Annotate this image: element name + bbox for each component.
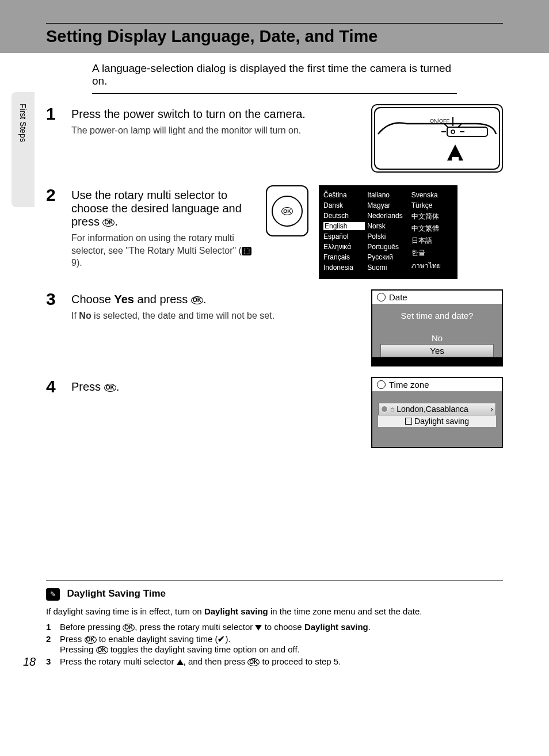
lang-item: Indonesia bbox=[323, 264, 365, 272]
onoff-label: ON/OFF bbox=[430, 118, 449, 124]
step-number: 1 bbox=[46, 104, 61, 124]
text: . bbox=[368, 622, 371, 632]
text: . bbox=[116, 380, 120, 393]
lang-item: Nederlands bbox=[367, 212, 409, 220]
text: If daylight saving time is in effect, tu… bbox=[46, 606, 204, 616]
step-number: 4 bbox=[46, 377, 61, 396]
lang-item: 中文简体 bbox=[411, 212, 453, 222]
section-tab: First Steps bbox=[12, 92, 35, 207]
language-menu: Čeština Dansk Deutsch English Español Ελ… bbox=[319, 185, 458, 279]
timezone-dialog: Time zone ⌂ London,Casablanca › Daylight… bbox=[371, 377, 503, 448]
title-band: Setting Display Language, Date, and Time bbox=[0, 23, 549, 53]
step-note: For information on using the rotary mult… bbox=[71, 232, 256, 269]
step-3: 3 Choose Yes and press OK. If No is sele… bbox=[46, 289, 503, 366]
dialog-option-yes: Yes bbox=[380, 344, 494, 357]
lang-item: Polski bbox=[367, 232, 409, 240]
text: Use the rotary multi selector to choose … bbox=[71, 189, 242, 228]
lang-item: Suomi bbox=[367, 264, 409, 272]
text: . bbox=[203, 293, 207, 306]
sublist-row: 1 Before pressing OK, press the rotary m… bbox=[46, 622, 503, 632]
text: 9). bbox=[71, 258, 82, 268]
dialog-title: Time zone bbox=[389, 380, 429, 390]
separator bbox=[46, 581, 503, 581]
lang-item: Türkçe bbox=[411, 201, 453, 209]
note-paragraph: If daylight saving time is in effect, tu… bbox=[46, 606, 503, 616]
step-title: Choose Yes and press OK. bbox=[71, 293, 361, 306]
dial-ok-label: OK bbox=[281, 207, 293, 215]
note-title: Daylight Saving Time bbox=[67, 588, 166, 599]
text: For information on using the rotary mult… bbox=[71, 233, 242, 255]
text: Pressing bbox=[60, 644, 96, 654]
step-4: 4 Press OK. Time zone ⌂ London,Casablanc… bbox=[46, 377, 503, 448]
text: is selected, the date and time will not … bbox=[92, 311, 274, 320]
page-title: Setting Display Language, Date, and Time bbox=[46, 23, 503, 52]
daylight-label: Daylight saving bbox=[414, 417, 469, 426]
triangle-up-icon bbox=[177, 659, 184, 665]
step-number: 3 bbox=[46, 289, 61, 309]
ok-icon: OK bbox=[96, 646, 108, 654]
timezone-location: London,Casablanca bbox=[396, 404, 468, 414]
svg-rect-0 bbox=[375, 108, 500, 169]
lang-item-selected: English bbox=[323, 222, 365, 230]
date-dialog: Date Set time and date? No Yes bbox=[371, 289, 503, 366]
lang-item: 한글 bbox=[411, 248, 453, 258]
note-sublist: 1 Before pressing OK, press the rotary m… bbox=[46, 622, 503, 666]
ok-icon: OK bbox=[102, 219, 115, 227]
intro-text: A language-selection dialog is displayed… bbox=[92, 53, 457, 94]
lang-item: Italiano bbox=[367, 191, 409, 199]
step-note: If No is selected, the date and time wil… bbox=[71, 310, 361, 322]
ok-icon: OK bbox=[247, 658, 260, 666]
text: to proceed to step 5. bbox=[260, 656, 341, 666]
daylight-saving-row: Daylight saving bbox=[378, 415, 496, 427]
text-bold: Daylight saving bbox=[204, 606, 268, 616]
target-icon bbox=[381, 406, 388, 413]
lang-item: Português bbox=[367, 243, 409, 251]
lang-item: Ελληνικά bbox=[323, 243, 365, 251]
lang-item: Français bbox=[323, 253, 365, 261]
step-2: 2 Use the rotary multi selector to choos… bbox=[46, 185, 503, 279]
note-icon: ✎ bbox=[46, 588, 60, 601]
text: . bbox=[115, 215, 118, 228]
lang-item: ภาษาไทย bbox=[411, 260, 453, 271]
sublist-number: 2 bbox=[46, 634, 55, 654]
clock-icon bbox=[377, 293, 386, 301]
lang-item: Русский bbox=[367, 253, 409, 261]
text: , press the rotary multi selector bbox=[135, 622, 255, 632]
lang-item: 日本語 bbox=[411, 236, 453, 246]
step-title: Press the power switch to turn on the ca… bbox=[71, 108, 361, 121]
text: Press bbox=[71, 380, 104, 393]
home-icon: ⌂ bbox=[390, 405, 394, 413]
note-heading: ✎ Daylight Saving Time bbox=[46, 588, 503, 601]
lang-item: Norsk bbox=[367, 222, 409, 230]
text: in the time zone menu and set the date. bbox=[268, 606, 422, 616]
dialog-title: Date bbox=[389, 292, 407, 302]
checkbox-icon bbox=[405, 418, 412, 425]
step-1: 1 Press the power switch to turn on the … bbox=[46, 104, 503, 175]
section-tab-label: First Steps bbox=[18, 104, 28, 142]
page-ref-icon: ⬚ bbox=[242, 247, 251, 255]
camera-illustration: ON/OFF bbox=[371, 104, 503, 175]
text-bold: Yes bbox=[115, 293, 134, 306]
step-title: Use the rotary multi selector to choose … bbox=[71, 189, 256, 228]
ok-icon: OK bbox=[85, 636, 97, 644]
text: If bbox=[71, 311, 79, 320]
triangle-down-icon bbox=[255, 625, 262, 631]
svg-rect-1 bbox=[447, 127, 487, 136]
lang-item: Magyar bbox=[367, 201, 409, 209]
lang-item: 中文繁體 bbox=[411, 224, 453, 234]
sublist-number: 1 bbox=[46, 622, 55, 632]
step-title: Press OK. bbox=[71, 380, 361, 394]
text: toggles the daylight saving time option … bbox=[108, 644, 300, 654]
check-icon: ✔ bbox=[218, 634, 225, 644]
lang-item: Dansk bbox=[323, 201, 365, 209]
text-bold: No bbox=[79, 311, 91, 320]
ok-icon: OK bbox=[123, 624, 135, 632]
text: ). bbox=[225, 634, 230, 644]
sublist-row: 2 Press OK to enable daylight saving tim… bbox=[46, 634, 503, 654]
text: Before pressing bbox=[60, 622, 123, 632]
content: First Steps A language-selection dialog … bbox=[46, 53, 503, 666]
rotary-dial-illustration: OK bbox=[266, 185, 308, 236]
text: Press bbox=[60, 634, 85, 644]
text: to enable daylight saving time ( bbox=[97, 634, 218, 644]
text: Choose bbox=[71, 293, 115, 306]
